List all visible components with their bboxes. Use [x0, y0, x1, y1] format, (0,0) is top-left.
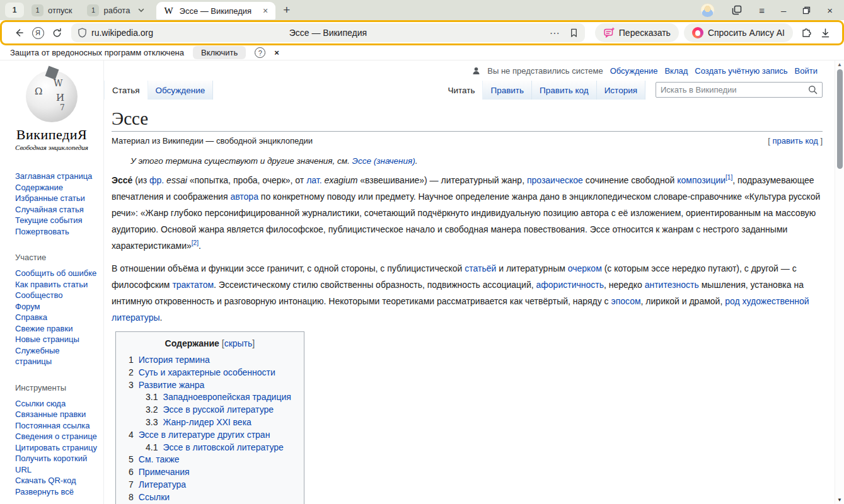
extensions-puzzle-icon[interactable]	[797, 23, 816, 42]
sidebar-link[interactable]: Справка	[15, 312, 97, 323]
reference-link[interactable]: [2]	[192, 239, 199, 246]
infobar-close-icon[interactable]: ×	[274, 48, 279, 57]
reference-link[interactable]: [1]	[725, 174, 732, 181]
wiki-link[interactable]: лат.	[306, 175, 321, 185]
scrollbar-up-icon[interactable]: ▲	[835, 62, 844, 67]
sidebar-link[interactable]: Ссылки сюда	[15, 398, 97, 410]
url-text: ru.wikipedia.org	[91, 28, 153, 38]
tab-edit-source[interactable]: Править код	[532, 81, 597, 100]
sidebar-link[interactable]: Содержание	[15, 182, 97, 193]
pinned-tab[interactable]: 1	[5, 3, 24, 18]
yandex-icon[interactable]: Я	[28, 23, 47, 42]
wiki-link[interactable]: композиции	[677, 175, 725, 185]
close-icon[interactable]: ×	[827, 6, 833, 15]
sidebar-link[interactable]: Случайная статья	[15, 204, 97, 215]
personal-link-talk[interactable]: Обсуждение	[610, 66, 658, 76]
sidebar-link[interactable]: Текущие события	[15, 215, 97, 226]
tab-group-rabota[interactable]: 1 работа	[79, 0, 137, 20]
site-security-shield-icon[interactable]	[78, 28, 87, 38]
more-icon[interactable]: ⋯	[550, 27, 560, 39]
tab-group-otpusk[interactable]: 1 отпуск	[24, 0, 79, 20]
tab-panels-icon[interactable]	[731, 4, 743, 16]
sidebar-link[interactable]: Получить короткий URL	[15, 453, 97, 475]
toc-link[interactable]: История термина	[139, 355, 210, 365]
wiki-link[interactable]: фр.	[149, 175, 164, 185]
page-scrollbar[interactable]: ▲ ▼	[835, 60, 844, 504]
profile-avatar[interactable]	[700, 3, 715, 18]
tab-edit[interactable]: Править	[483, 81, 532, 100]
toc-link[interactable]: Эссе в литовской литературе	[163, 442, 283, 452]
toc-link[interactable]: Примечания	[139, 467, 190, 477]
sidebar-link[interactable]: Заглавная страница	[15, 171, 97, 182]
sidebar-link[interactable]: Служебные страницы	[15, 345, 97, 367]
bookmark-icon[interactable]	[569, 28, 579, 38]
toc-link[interactable]: Ссылки	[139, 492, 170, 502]
toc-link[interactable]: См. также	[139, 454, 180, 464]
wiki-link[interactable]: антитезность	[645, 280, 699, 290]
wikipedia-wordmark[interactable]: ВикипедиЯ	[0, 127, 103, 143]
sidebar-link[interactable]: Связанные правки	[15, 409, 97, 420]
back-icon[interactable]	[9, 23, 28, 42]
sidebar-link[interactable]: Сведения о странице	[15, 431, 97, 442]
wiki-link[interactable]: афористичность	[536, 280, 604, 290]
scrollbar-thumb[interactable]	[837, 69, 843, 169]
restore-icon[interactable]	[802, 6, 811, 14]
tab-article[interactable]: Статья	[104, 81, 148, 100]
address-bar[interactable]: ru.wikipedia.org Эссе — Википедия ⋯	[71, 23, 585, 42]
wiki-link[interactable]: очерком	[568, 263, 602, 273]
reload-icon[interactable]	[47, 23, 66, 42]
globe-glyph: 7	[60, 103, 65, 112]
active-browser-tab[interactable]: W Эссе — Википедия ×	[156, 2, 275, 20]
enable-protection-button[interactable]: Включить	[193, 46, 246, 59]
summarize-button[interactable]: Пересказать	[595, 23, 679, 42]
help-icon[interactable]: ?	[255, 47, 265, 58]
search-input[interactable]	[661, 85, 808, 94]
wiki-link[interactable]: эпосом	[611, 296, 640, 306]
tab-read[interactable]: Читать	[440, 81, 483, 100]
tab-discussion[interactable]: Обсуждение	[148, 81, 214, 100]
wiki-link[interactable]: автора	[230, 192, 258, 202]
sidebar-link[interactable]: Избранные статьи	[15, 193, 97, 204]
menu-icon[interactable]: ≡	[759, 6, 765, 15]
toc-link[interactable]: Суть и характерные особенности	[139, 367, 275, 377]
wikipedia-globe-logo[interactable]: Ω W И 7	[26, 71, 78, 122]
sidebar-link[interactable]: Как править статьи	[15, 279, 97, 290]
sidebar-link[interactable]: Новые страницы	[15, 334, 97, 345]
ask-alice-button[interactable]: Спросить Алису AI	[684, 23, 793, 42]
search-icon[interactable]	[808, 85, 818, 94]
wiki-link[interactable]: скрыть	[224, 338, 253, 348]
toc-link[interactable]: Эссе в литературе других стран	[139, 430, 270, 440]
personal-link-create-account[interactable]: Создать учётную запись	[695, 66, 787, 76]
toc-hide-link[interactable]: [скрыть]	[219, 338, 255, 348]
tab-history[interactable]: История	[597, 81, 645, 100]
new-tab-button[interactable]: +	[283, 3, 290, 17]
toc-link[interactable]: Жанр-лидер XXI века	[163, 417, 251, 427]
sidebar-link[interactable]: Сообщество	[15, 290, 97, 301]
wiki-link[interactable]: Эссе (значения)	[352, 156, 415, 166]
sidebar-link[interactable]: Постоянная ссылка	[15, 420, 97, 432]
toc-link[interactable]: Развитие жанра	[139, 380, 205, 390]
scrollbar-down-icon[interactable]: ▼	[835, 497, 844, 503]
sidebar-link[interactable]: Сообщить об ошибке	[15, 268, 97, 279]
personal-link-login[interactable]: Войти	[795, 66, 818, 76]
toc-link[interactable]: Эссе в русской литературе	[163, 404, 274, 415]
edit-source-top-link[interactable]: [ править код ]	[768, 136, 823, 146]
wiki-link[interactable]: трактатом	[172, 280, 214, 290]
sidebar-link[interactable]: Цитировать страницу	[15, 442, 97, 454]
toc-link[interactable]: Литература	[139, 479, 186, 490]
downloads-icon[interactable]	[816, 23, 835, 42]
minimize-icon[interactable]: –	[781, 6, 786, 15]
personal-link-contribs[interactable]: Вклад	[664, 66, 688, 76]
toc-link[interactable]: Западноевропейская традиция	[163, 392, 291, 402]
sidebar-link[interactable]: Развернуть всё	[15, 486, 97, 498]
sidebar-link[interactable]: Пожертвовать	[15, 226, 97, 238]
wiki-link[interactable]: прозаическое	[527, 175, 583, 185]
wiki-link[interactable]: статьёй	[465, 263, 496, 273]
chevron-down-icon[interactable]	[137, 6, 145, 14]
sidebar-link[interactable]: Форум	[15, 301, 97, 312]
wiki-link[interactable]: править код	[772, 136, 818, 146]
tab-close-icon[interactable]: ×	[263, 6, 268, 16]
sidebar-link[interactable]: Скачать QR-код	[15, 475, 97, 486]
wiki-search-box[interactable]	[656, 82, 823, 98]
sidebar-link[interactable]: Свежие правки	[15, 323, 97, 335]
